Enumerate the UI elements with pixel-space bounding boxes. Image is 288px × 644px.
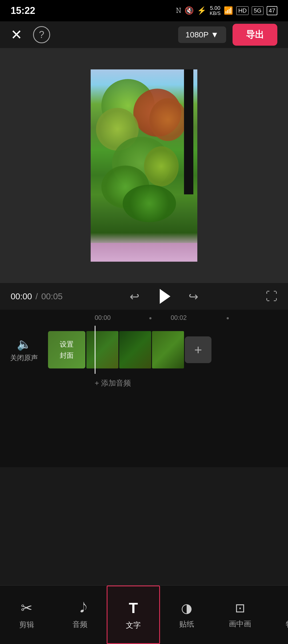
export-button[interactable]: 导出 [233, 24, 277, 46]
bottom-toolbar: ✂ 剪辑 𝅘𝅥𝅮 音频 T 文字 ◑ 贴纸 ⊡ 画中画 ✦ 特效 [0, 585, 288, 644]
cut-label: 剪辑 [19, 620, 34, 630]
timeline-playhead [95, 326, 95, 374]
ruler-dot-3 [227, 317, 229, 319]
video-clips-row: + [86, 331, 288, 368]
timeline-empty-space [0, 392, 288, 467]
cover-label-2: 封面 [60, 351, 74, 360]
time-separator: / [33, 292, 40, 301]
video-clip-3[interactable] [152, 331, 184, 368]
ground-pink [91, 243, 197, 262]
video-preview [0, 48, 288, 283]
video-clip-1[interactable] [86, 331, 118, 368]
effects-label: 特效 [286, 619, 288, 629]
5g-badge: 5G [252, 6, 263, 15]
foliage-orange [149, 98, 187, 141]
video-clip-2[interactable] [119, 331, 151, 368]
add-audio-label: + 添加音频 [95, 378, 131, 388]
toolbar-item-effects[interactable]: ✦ 特效 [267, 586, 288, 644]
nfc-icon: 𝙽 [176, 6, 181, 15]
pip-label: 画中画 [229, 619, 251, 629]
cut-icon: ✂ [21, 600, 33, 616]
play-icon [160, 289, 170, 304]
top-bar-right: 1080P ▼ 导出 [178, 24, 277, 46]
top-bar: ✕ ? 1080P ▼ 导出 [0, 21, 288, 48]
add-clip-button[interactable]: + [185, 336, 211, 363]
audio-label: 关闭原声 [10, 353, 38, 363]
text-label: 文字 [126, 620, 141, 630]
battery-level: 47 [269, 7, 275, 14]
add-audio-row[interactable]: + 添加音频 [0, 374, 288, 392]
audio-icon: 🔈 [17, 337, 31, 351]
top-bar-left: ✕ ? [11, 26, 50, 43]
ruler-dot-1 [149, 317, 151, 319]
toolbar-item-sticker[interactable]: ◑ 贴纸 [160, 586, 213, 644]
playback-controls: 00:00 / 00:05 ↩ ↪ ⛶ [0, 283, 288, 310]
battery-indicator: 47 [267, 6, 277, 15]
status-time: 15:22 [11, 5, 35, 16]
ruler-marker-0: 00:00 [95, 314, 111, 321]
timeline-tracks: 🔈 关闭原声 设置 封面 + [0, 326, 288, 374]
help-button[interactable]: ? [33, 26, 50, 43]
toolbar-item-cut[interactable]: ✂ 剪辑 [0, 586, 53, 644]
text-icon: T [129, 599, 138, 616]
audio-toolbar-label: 音频 [73, 619, 87, 630]
resolution-button[interactable]: 1080P ▼ [178, 26, 226, 43]
sticker-label: 贴纸 [179, 619, 194, 629]
timeline-ruler: 00:00 00:02 [0, 310, 288, 326]
play-button[interactable] [155, 288, 173, 305]
pip-icon: ⊡ [235, 601, 245, 615]
toolbar-item-pip[interactable]: ⊡ 画中画 [213, 586, 267, 644]
redo-button[interactable]: ↪ [189, 290, 198, 303]
pole [184, 69, 193, 194]
foliage-6 [123, 185, 176, 222]
foliage-5 [144, 146, 179, 186]
controls-center: ↩ ↪ [130, 288, 198, 305]
current-time: 00:00 [11, 292, 32, 301]
network-speed: 5.00 KB/S [210, 5, 221, 16]
time-display: 00:00 / 00:05 [11, 292, 63, 301]
bluetooth-icon: ⚡ [197, 6, 206, 15]
wifi-icon: 📶 [224, 6, 233, 15]
toolbar-item-text[interactable]: T 文字 [107, 586, 160, 644]
ruler-marker-2: 00:02 [171, 314, 187, 321]
mute-icon: 🔇 [185, 6, 194, 15]
toolbar-item-audio[interactable]: 𝅘𝅥𝅮 音频 [53, 586, 107, 644]
total-time: 00:05 [41, 292, 63, 301]
cover-thumbnail[interactable]: 设置 封面 [48, 331, 85, 368]
status-bar: 15:22 𝙽 🔇 ⚡ 5.00 KB/S 📶 HD 5G 47 [0, 0, 288, 21]
hd-badge: HD [236, 6, 249, 15]
video-frame [91, 69, 197, 262]
close-button[interactable]: ✕ [11, 28, 22, 42]
fullscreen-button[interactable]: ⛶ [266, 290, 277, 303]
sticker-icon: ◑ [181, 600, 192, 615]
timeline-container: 00:00 00:02 🔈 关闭原声 设置 封面 + + 添加音频 [0, 310, 288, 467]
cover-label-1: 设置 [60, 339, 74, 349]
undo-button[interactable]: ↩ [130, 290, 139, 303]
status-icons: 𝙽 🔇 ⚡ 5.00 KB/S 📶 HD 5G 47 [176, 5, 277, 16]
audio-control[interactable]: 🔈 关闭原声 [0, 337, 48, 363]
